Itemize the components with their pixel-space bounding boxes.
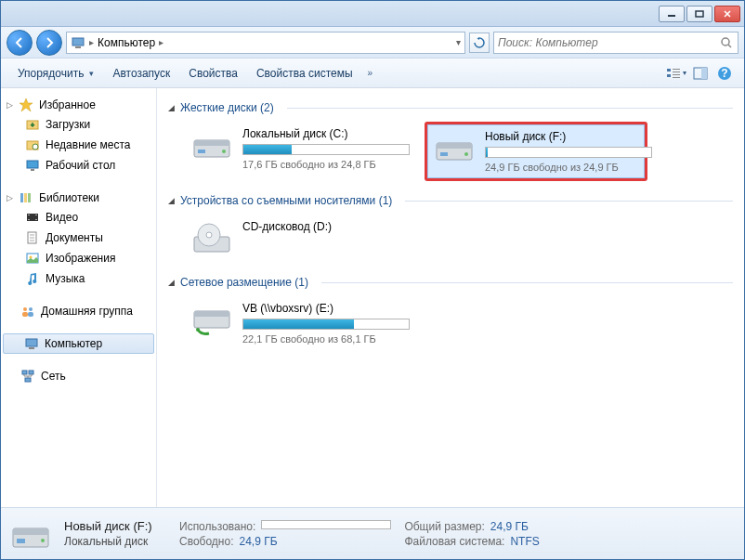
forward-button[interactable] [36, 30, 62, 56]
drive-d[interactable]: CD-дисковод (D:) [185, 215, 408, 263]
star-icon [19, 98, 33, 112]
toolbar: Упорядочить Автозапуск Свойства Свойства… [1, 59, 744, 88]
svg-point-64 [196, 328, 200, 332]
section-removable[interactable]: ◢ Устройства со съемными носителями (1) [168, 194, 733, 207]
pictures-icon [25, 251, 40, 266]
details-free-label: Свободно: [179, 535, 234, 548]
svg-rect-10 [673, 69, 680, 70]
libraries-label: Библиотеки [39, 191, 99, 204]
collapse-icon: ◢ [168, 278, 175, 287]
drive-c[interactable]: Локальный диск (C:) 17,6 ГБ свободно из … [185, 122, 408, 181]
downloads-icon [25, 117, 40, 132]
maximize-button[interactable] [686, 6, 712, 22]
desktop-icon [25, 158, 40, 173]
svg-rect-66 [13, 528, 48, 535]
collapse-icon: ◢ [168, 103, 175, 112]
hdd-icon [10, 514, 51, 554]
svg-point-68 [41, 539, 45, 542]
svg-rect-12 [673, 74, 680, 75]
drive-free-text: 22,1 ГБ свободно из 68,1 ГБ [242, 333, 410, 345]
drive-name: VB (\\vboxsrv) (E:) [242, 302, 410, 315]
svg-rect-29 [28, 219, 30, 220]
details-name: Новый диск (F:) [64, 519, 166, 533]
section-hdd[interactable]: ◢ Жесткие диски (2) [168, 101, 733, 114]
libraries-icon [19, 190, 33, 205]
svg-rect-53 [198, 150, 205, 153]
svg-rect-45 [29, 371, 33, 374]
sidebar: ▷ Избранное Загрузки Недавние места Рабо… [1, 88, 157, 507]
svg-rect-5 [75, 46, 81, 48]
sidebar-item-documents[interactable]: Документы [3, 228, 154, 248]
svg-line-7 [728, 45, 731, 47]
organize-menu[interactable]: Упорядочить [10, 63, 101, 84]
view-options-button[interactable]: ▾ [666, 63, 686, 84]
autorun-button[interactable]: Автозапуск [105, 63, 177, 84]
drive-free-text: 17,6 ГБ свободно из 24,8 ГБ [242, 159, 410, 170]
details-pane: Новый диск (F:) Локальный диск Использов… [1, 507, 744, 559]
search-box[interactable] [493, 32, 738, 54]
minimize-button[interactable] [659, 6, 685, 22]
breadcrumb-location[interactable]: Компьютер [98, 36, 155, 49]
svg-rect-9 [667, 74, 671, 77]
chevron-down-icon: ▷ [7, 193, 13, 202]
hdd-icon [433, 130, 476, 167]
recent-icon [25, 137, 40, 152]
svg-point-58 [464, 152, 468, 156]
body: ▷ Избранное Загрузки Недавние места Рабо… [1, 88, 744, 507]
section-network[interactable]: ◢ Сетевое размещение (1) [168, 276, 733, 289]
hdd-icon [190, 127, 233, 164]
libraries-header[interactable]: ▷ Библиотеки [3, 189, 154, 207]
titlebar [1, 1, 744, 27]
system-properties-button[interactable]: Свойства системы [249, 63, 360, 84]
help-button[interactable]: ? [714, 63, 735, 84]
preview-pane-button[interactable] [690, 63, 711, 84]
homegroup-icon [20, 304, 35, 319]
svg-rect-57 [440, 152, 448, 156]
chevron-down-icon[interactable]: ▾ [456, 37, 461, 47]
sidebar-item-pictures[interactable]: Изображения [3, 248, 154, 268]
sidebar-item-music[interactable]: Музыка [3, 268, 154, 289]
svg-rect-0 [668, 15, 675, 17]
svg-rect-26 [28, 193, 31, 202]
favorites-header[interactable]: ▷ Избранное [3, 96, 154, 114]
capacity-bar [242, 144, 410, 155]
sidebar-item-computer[interactable]: Компьютер [3, 333, 154, 354]
sidebar-item-videos[interactable]: Видео [3, 207, 154, 228]
properties-button[interactable]: Свойства [181, 63, 245, 84]
sidebar-item-homegroup[interactable]: Домашняя группа [3, 302, 154, 320]
refresh-button[interactable] [469, 33, 490, 53]
sidebar-item-network[interactable]: Сеть [3, 367, 154, 385]
details-used-bar [261, 520, 391, 529]
chevron-down-icon: ▷ [7, 100, 13, 110]
sidebar-item-recent[interactable]: Недавние места [3, 135, 154, 155]
svg-point-38 [23, 307, 27, 311]
drive-e[interactable]: VB (\\vboxsrv) (E:) 22,1 ГБ свободно из … [185, 296, 408, 350]
breadcrumb[interactable]: ▸ Компьютер ▸ ▾ [66, 32, 465, 54]
svg-point-21 [33, 144, 38, 150]
chevron-right-icon: ▸ [89, 37, 94, 47]
svg-rect-52 [194, 140, 229, 146]
drive-f[interactable]: Новый диск (F:) 24,9 ГБ свободно из 24,9… [425, 122, 647, 181]
network-drive-icon [190, 302, 233, 339]
network-group: Сеть [3, 367, 154, 385]
drive-name: CD-дисковод (D:) [242, 220, 402, 233]
svg-rect-44 [22, 371, 27, 374]
svg-rect-23 [31, 169, 34, 171]
svg-rect-46 [25, 378, 31, 382]
close-button[interactable] [714, 6, 740, 22]
svg-rect-43 [29, 347, 34, 349]
details-total-value: 24,9 ГБ [490, 520, 529, 533]
svg-rect-67 [17, 539, 25, 543]
svg-rect-15 [701, 68, 707, 79]
computer-icon [71, 35, 85, 50]
network-icon [20, 369, 35, 384]
search-input[interactable] [498, 36, 719, 49]
svg-rect-56 [437, 143, 472, 149]
sidebar-item-desktop[interactable]: Рабочий стол [3, 155, 154, 176]
back-button[interactable] [7, 30, 33, 56]
sidebar-item-downloads[interactable]: Загрузки [3, 114, 154, 135]
svg-point-61 [206, 232, 212, 238]
svg-point-6 [722, 38, 729, 46]
toolbar-overflow[interactable]: » [364, 68, 377, 78]
collapse-icon: ◢ [168, 196, 175, 205]
